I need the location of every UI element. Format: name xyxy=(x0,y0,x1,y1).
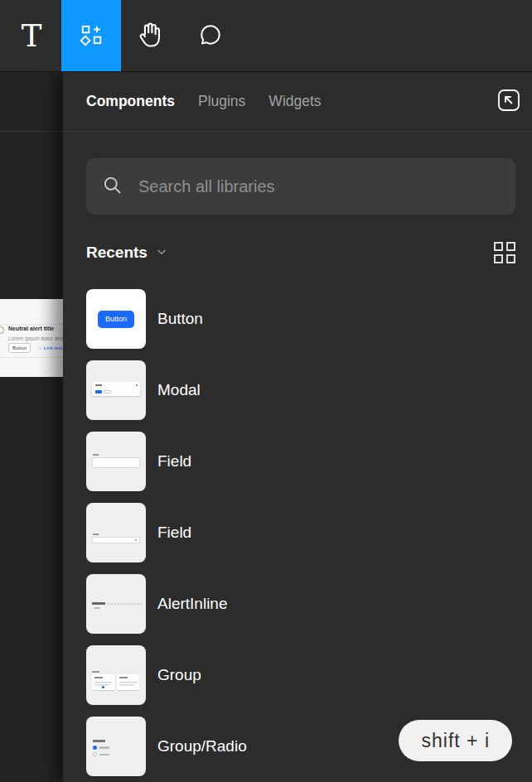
component-list-item[interactable]: AlertInline xyxy=(86,574,532,634)
component-item-label: Group xyxy=(157,666,201,684)
toolbar: T xyxy=(0,0,532,72)
arrow-up-left-icon xyxy=(496,88,521,115)
tab-components[interactable]: Components xyxy=(86,93,175,110)
component-list: Button Button Modal Field xyxy=(86,289,532,776)
component-thumbnail xyxy=(86,503,146,562)
component-thumbnail xyxy=(86,574,146,634)
divider xyxy=(0,357,63,358)
component-item-label: Button xyxy=(157,310,203,328)
grid-view-button[interactable] xyxy=(494,242,515,263)
component-list-item[interactable]: Group xyxy=(86,645,532,705)
comments-tool-button[interactable] xyxy=(181,0,240,71)
components-icon xyxy=(79,22,104,50)
component-thumbnail xyxy=(86,432,146,491)
recents-header: Recents xyxy=(86,241,515,264)
search-input[interactable] xyxy=(137,176,501,197)
search-icon xyxy=(101,174,123,200)
component-list-item[interactable]: Modal xyxy=(86,360,532,420)
alert-preview-body: Lorem ipsum dolor amet conse xyxy=(8,335,63,341)
divider xyxy=(0,324,63,325)
recents-dropdown[interactable]: Recents xyxy=(86,244,167,262)
component-list-item[interactable]: Field xyxy=(86,432,532,491)
shortcut-badge: shift + i xyxy=(399,720,512,761)
search-bar xyxy=(86,158,515,215)
tab-widgets[interactable]: Widgets xyxy=(268,93,321,110)
detach-panel-button[interactable] xyxy=(496,88,522,114)
component-item-label: Field xyxy=(157,524,191,542)
component-thumbnail: Button xyxy=(86,289,146,349)
canvas-alert-preview: Neutral alert title Lorem ipsum dolor am… xyxy=(0,299,63,377)
component-item-label: AlertInline xyxy=(157,595,228,613)
component-thumbnail xyxy=(86,717,146,776)
grid-icon xyxy=(494,242,503,251)
hand-icon xyxy=(137,21,165,51)
component-item-label: Modal xyxy=(157,381,201,399)
alert-preview-title: Neutral alert title xyxy=(8,326,54,331)
thumbnail-chip-label: Button xyxy=(98,311,134,328)
component-list-item[interactable]: Field xyxy=(86,503,532,562)
components-panel: Components Plugins Widgets Recents xyxy=(63,71,532,782)
info-icon xyxy=(0,326,4,334)
hand-tool-button[interactable] xyxy=(121,0,181,71)
text-tool-icon: T xyxy=(22,21,42,51)
component-item-label: Field xyxy=(157,452,191,471)
component-thumbnail xyxy=(86,360,146,420)
component-thumbnail xyxy=(86,645,146,705)
recents-label: Recents xyxy=(86,244,148,262)
chevron-down-icon xyxy=(156,244,167,262)
alert-preview-link: → Link text xyxy=(37,345,62,350)
comment-bubble-icon xyxy=(197,22,224,51)
component-list-item[interactable]: Button Button xyxy=(86,289,532,349)
alert-preview-button: Button xyxy=(8,343,31,353)
text-tool-button[interactable]: T xyxy=(2,0,61,71)
component-item-label: Group/Radio xyxy=(157,737,247,755)
canvas-background: Neutral alert title Lorem ipsum dolor am… xyxy=(0,71,63,782)
tab-plugins[interactable]: Plugins xyxy=(198,93,245,110)
components-tool-button[interactable] xyxy=(61,0,121,71)
panel-tabs: Components Plugins Widgets xyxy=(63,71,532,132)
